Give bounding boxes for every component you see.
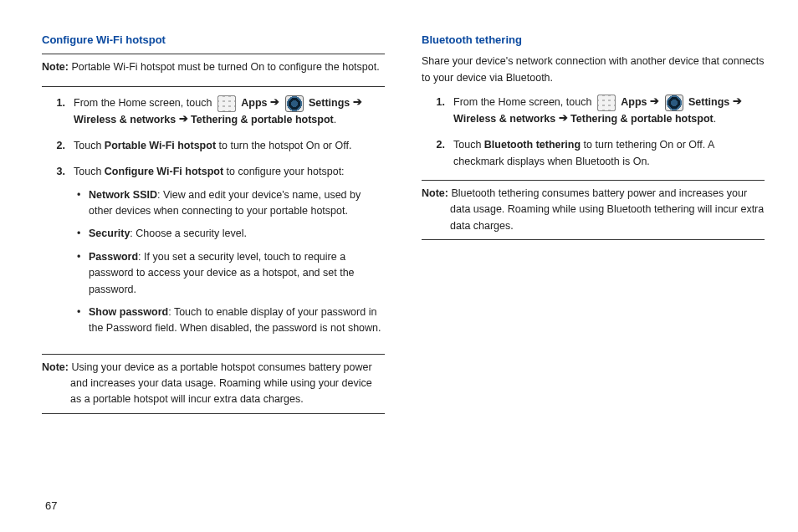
- page-number: 67: [45, 499, 57, 512]
- steps-list: 1. From the Home screen, touch Apps ➔ Se…: [422, 95, 765, 170]
- arrow-icon: ➔: [555, 112, 570, 124]
- step-number: 2.: [42, 138, 74, 154]
- page: Configure Wi-Fi hotspot Note: Portable W…: [0, 0, 798, 532]
- tethering-label: Tethering & portable hotspot: [191, 114, 334, 125]
- section-title-bluetooth-tethering: Bluetooth tethering: [422, 32, 765, 49]
- note-label: Note:: [422, 187, 448, 199]
- wireless-label: Wireless & networks: [453, 113, 555, 125]
- step-number: 2.: [422, 137, 453, 170]
- arrow-icon: ➔: [350, 96, 361, 108]
- step-number: 1.: [42, 95, 74, 128]
- step-2: 2. Touch Bluetooth tethering to turn tet…: [422, 137, 765, 170]
- arrow-icon: ➔: [647, 95, 659, 107]
- divider: [42, 54, 385, 54]
- config-options-list: •Network SSID: View and edit your device…: [74, 187, 385, 337]
- apps-label: Apps: [621, 96, 647, 108]
- step-number: 3.: [42, 164, 74, 343]
- divider: [422, 239, 765, 240]
- note-text: Note: Portable Wi-Fi hotspot must be tur…: [42, 59, 385, 75]
- note-label: Note:: [42, 361, 69, 373]
- divider: [42, 86, 385, 87]
- bullet-icon: •: [77, 304, 89, 337]
- step-body: Touch Bluetooth tethering to turn tether…: [453, 137, 765, 170]
- arrow-icon: ➔: [268, 96, 279, 108]
- step-body: Touch Portable Wi-Fi hotspot to turn the…: [74, 138, 385, 154]
- steps-list: 1. From the Home screen, touch Apps ➔ Se…: [42, 95, 385, 344]
- settings-icon: [285, 95, 304, 112]
- step-2: 2. Touch Portable Wi-Fi hotspot to turn …: [42, 138, 385, 154]
- divider: [42, 354, 385, 355]
- bullet-icon: •: [77, 249, 89, 298]
- settings-label: Settings: [306, 97, 350, 109]
- intro-text: Share your device's network connection w…: [422, 54, 765, 86]
- apps-label: Apps: [241, 97, 267, 109]
- arrow-icon: ➔: [176, 113, 191, 125]
- tethering-label: Tethering & portable hotspot: [570, 113, 714, 125]
- apps-icon: [597, 95, 616, 111]
- list-item: •Show password: Touch to enable display …: [77, 304, 385, 337]
- step-number: 1.: [422, 95, 453, 127]
- settings-label: Settings: [686, 96, 730, 108]
- list-item: •Network SSID: View and edit your device…: [77, 187, 385, 220]
- wireless-label: Wireless & networks: [74, 114, 176, 125]
- arrow-icon: ➔: [729, 95, 741, 107]
- note-text: Note: Bluetooth tethering consumes batte…: [422, 186, 765, 234]
- settings-icon: [665, 95, 683, 111]
- step-body: From the Home screen, touch Apps ➔ Setti…: [74, 95, 385, 128]
- note-text: Note: Using your device as a portable ho…: [42, 360, 385, 408]
- step-body: Touch Configure Wi-Fi hotspot to configu…: [74, 164, 385, 343]
- bullet-icon: •: [77, 187, 89, 220]
- note-body: Bluetooth tethering consumes battery pow…: [448, 187, 764, 232]
- step-1: 1. From the Home screen, touch Apps ➔ Se…: [422, 95, 765, 127]
- list-item: •Password: If you set a security level, …: [77, 249, 385, 298]
- divider: [42, 413, 385, 414]
- section-title-configure-wifi: Configure Wi-Fi hotspot: [42, 32, 385, 49]
- step-3: 3. Touch Configure Wi-Fi hotspot to conf…: [42, 164, 385, 343]
- bullet-icon: •: [77, 226, 89, 242]
- note-block: Note: Portable Wi-Fi hotspot must be tur…: [42, 59, 385, 80]
- note-label: Note:: [42, 61, 69, 73]
- note-body: Using your device as a portable hotspot …: [69, 361, 372, 406]
- step-1: 1. From the Home screen, touch Apps ➔ Se…: [42, 95, 385, 128]
- divider: [422, 180, 765, 181]
- left-column: Configure Wi-Fi hotspot Note: Portable W…: [42, 30, 385, 515]
- note-body: Portable Wi-Fi hotspot must be turned On…: [69, 61, 380, 73]
- right-column: Bluetooth tethering Share your device's …: [422, 30, 765, 515]
- apps-icon: [217, 95, 236, 112]
- list-item: •Security: Choose a security level.: [77, 226, 385, 242]
- step-body: From the Home screen, touch Apps ➔ Setti…: [453, 95, 765, 127]
